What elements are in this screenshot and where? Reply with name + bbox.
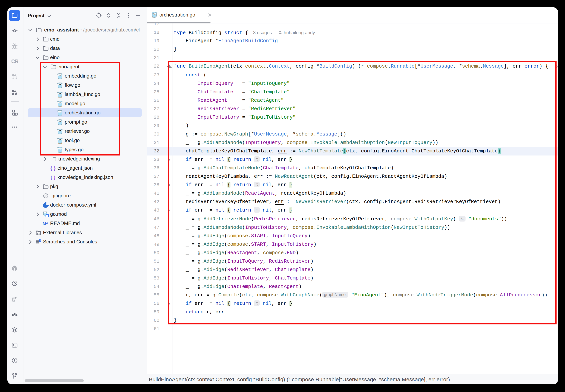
svg-text:M: M — [43, 221, 46, 225]
svg-text:}: } — [54, 166, 56, 171]
svg-text:{: { — [51, 166, 52, 171]
svg-text:CR: CR — [12, 58, 18, 64]
svg-text:}: } — [54, 175, 56, 180]
svg-text:{: { — [51, 175, 52, 180]
